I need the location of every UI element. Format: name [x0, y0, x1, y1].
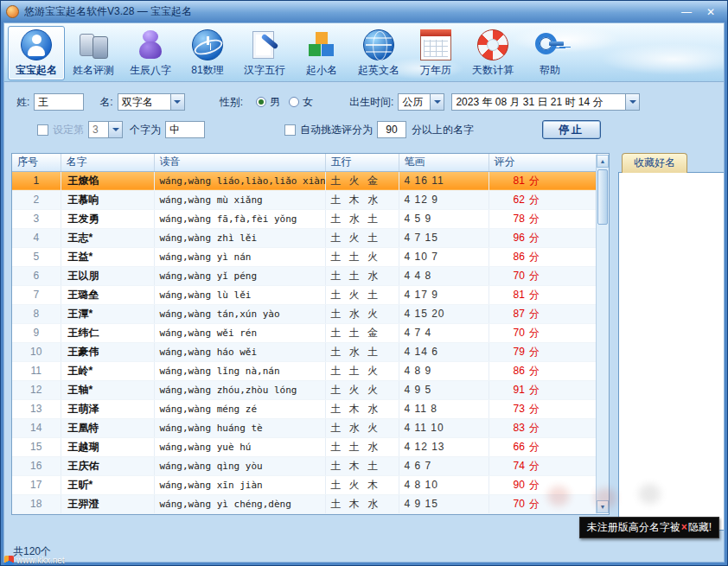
score-value: 83 [514, 422, 525, 434]
row-index: 8 [12, 304, 61, 323]
table-row[interactable]: 4 王志* wáng,wàng zhì lěi 土 火 土 4 7 15 96分 [12, 228, 597, 247]
column-header[interactable]: 笔画 [399, 154, 489, 171]
strokes-cell: 4 10 7 [399, 247, 489, 266]
toolbar-button[interactable]: 起英文名 [350, 26, 407, 80]
char-position-select[interactable]: 3 [88, 121, 123, 138]
table-row[interactable]: 12 王轴* wáng,wàng zhóu,zhòu lóng 土 火 火 4 … [12, 380, 597, 399]
toolbar-button[interactable]: 姓名评测 [65, 26, 122, 80]
client-area: 宝宝起名 姓名评测 生辰八字 81数理 汉字五行 起小名 起英文名 万年历 天数… [3, 22, 725, 563]
toolbar-button[interactable]: 天数计算 [464, 26, 521, 80]
toolbar-button[interactable]: 生辰八字 [122, 26, 179, 80]
score-unit: 分 [529, 270, 540, 282]
scroll-down-icon[interactable]: ▼ [597, 500, 609, 513]
wuxing-cell: 土 水 火 [325, 418, 399, 437]
chevron-down-icon[interactable] [170, 94, 184, 110]
auto-pick-checkbox[interactable] [284, 124, 296, 136]
name-cell: 王慕响 [61, 190, 154, 209]
set-char-suffix-label: 个字为 [130, 123, 161, 137]
strokes-cell: 4 7 15 [399, 228, 489, 247]
score-unit: 分 [529, 251, 540, 263]
pinyin-cell: wáng,wàng lù lěi [154, 285, 325, 304]
pinyin-cell: wáng,wàng qìng yòu [154, 456, 325, 475]
score-value: 79 [514, 346, 525, 358]
name-cell: 王璐垒 [61, 285, 154, 304]
toolbar-button[interactable]: 帮助 [521, 26, 578, 80]
toolbar-button-label: 汉字五行 [239, 63, 291, 78]
scroll-thumb[interactable] [597, 169, 608, 225]
table-row[interactable]: 3 王发勇 wáng,wàng fā,fà,fèi yǒng 土 水 土 4 5… [12, 209, 597, 228]
name-cell: 王越瑚 [61, 437, 154, 456]
surname-input[interactable]: 王 [34, 93, 84, 111]
table-row[interactable]: 18 王羿澄 wáng,wàng yì chéng,dèng 土 木 水 4 9… [12, 494, 597, 513]
table-row[interactable]: 14 王凰特 wáng,wàng huáng tè 土 水 火 4 11 10 … [12, 418, 597, 437]
given-name-label: 名: [99, 95, 112, 110]
column-header[interactable]: 读音 [154, 154, 325, 171]
toolbar-button[interactable]: 万年历 [407, 26, 464, 80]
table-row[interactable]: 6 王以朋 wáng,wàng yǐ péng 土 土 水 4 4 8 70分 [12, 266, 597, 285]
titlebar[interactable]: 悠游宝宝起名软件V3.28 — 宝宝起名 — ✕ [1, 1, 727, 22]
favorites-tab[interactable]: 收藏好名 [622, 153, 687, 173]
chevron-down-icon[interactable] [108, 122, 122, 137]
score-cell: 74分 [489, 456, 597, 475]
toolbar-button[interactable]: 81数理 [179, 26, 236, 80]
row-index: 10 [12, 342, 61, 361]
table-row[interactable]: 8 王潭* wáng,wàng tán,xún yào 土 水 火 4 15 2… [12, 304, 597, 323]
column-header[interactable]: 名字 [61, 154, 154, 171]
given-type-select[interactable]: 双字名 [118, 93, 185, 111]
stop-button[interactable]: 停止 [542, 120, 601, 139]
calendar-type-select[interactable]: 公历 [398, 93, 444, 111]
table-row[interactable]: 13 王萌泽 wáng,wàng méng zé 土 木 水 4 11 8 73… [12, 399, 597, 418]
minimize-button[interactable]: — [675, 4, 698, 20]
score-cell: 86分 [489, 247, 597, 266]
vertical-scrollbar[interactable]: ▲ ▼ [596, 155, 609, 513]
row-index: 9 [12, 323, 61, 342]
wuxing-cell: 土 水 土 [325, 209, 399, 228]
surname-label: 姓: [16, 95, 29, 110]
score-unit: 分 [529, 460, 540, 472]
row-index: 7 [12, 285, 61, 304]
row-index: 18 [12, 494, 61, 513]
scroll-up-icon[interactable]: ▲ [597, 155, 609, 168]
table-row[interactable]: 5 王益* wáng,wàng yì nán 土 土 火 4 10 7 86分 [12, 247, 597, 266]
chevron-down-icon[interactable] [625, 94, 639, 110]
name-cell: 王凰特 [61, 418, 154, 437]
toolbar-button[interactable]: 起小名 [293, 26, 350, 80]
min-score-input[interactable]: 90 [377, 121, 406, 138]
female-radio[interactable] [289, 97, 299, 107]
toolbar-button[interactable]: 汉字五行 [236, 26, 293, 80]
male-radio[interactable] [256, 97, 266, 107]
score-value: 70 [514, 270, 525, 282]
name-cell: 王潭* [61, 304, 154, 323]
column-header[interactable]: 序号 [12, 154, 61, 171]
column-header[interactable]: 五行 [325, 154, 399, 171]
table-row[interactable]: 7 王璐垒 wáng,wàng lù lěi 土 火 土 4 17 9 81分 [12, 285, 597, 304]
pinyin-cell: wáng,wàng zhóu,zhòu lóng [154, 380, 325, 399]
table-row[interactable]: 10 王豪伟 wáng,wàng háo wěi 土 水 土 4 14 6 79… [12, 342, 597, 361]
chevron-down-icon[interactable] [430, 94, 444, 110]
english-name-icon [363, 29, 394, 60]
pinyin-cell: wáng,wàng mù xiǎng [154, 190, 325, 209]
female-label: 女 [303, 95, 313, 110]
toolbar-button-label: 起英文名 [353, 63, 405, 78]
toolbar-button[interactable]: 宝宝起名 [8, 26, 65, 80]
table-row[interactable]: 2 王慕响 wáng,wàng mù xiǎng 土 木 水 4 12 9 62… [12, 190, 597, 209]
table-row[interactable]: 17 王昕* wáng,wàng xīn jiàn 土 火 木 4 8 10 9… [12, 475, 597, 494]
close-button[interactable]: ✕ [699, 4, 722, 20]
table-row[interactable]: 15 王越瑚 wáng,wàng yuè hú 土 土 水 4 12 13 66… [12, 437, 597, 456]
birth-bazi-icon [135, 29, 166, 60]
column-header[interactable]: 评分 [489, 154, 597, 171]
favorites-list[interactable] [618, 172, 725, 531]
name-cell: 王发勇 [61, 209, 154, 228]
birth-date-select[interactable]: 2023 年 08 月 31 日 21 时 14 分 [451, 93, 640, 111]
table-row[interactable]: 9 王纬仁 wáng,wàng wěi rén 土 土 金 4 7 4 70分 [12, 323, 597, 342]
table-row[interactable]: 16 王庆佑 wáng,wàng qìng yòu 土 木 土 4 6 7 74… [12, 456, 597, 475]
set-char-checkbox[interactable] [37, 124, 48, 136]
numerology-81-icon [192, 29, 223, 60]
table-row[interactable]: 11 王岭* wáng,wàng lǐng nà,nán 土 土 火 4 8 9… [12, 361, 597, 380]
fixed-char-input[interactable]: 中 [165, 121, 205, 138]
table-row[interactable]: 1 王燎馅 wáng,wàng liáo,liào,liǎo xiàn 土 火 … [12, 171, 597, 190]
wuxing-cell: 土 木 土 [325, 456, 399, 475]
wuxing-cell: 土 土 水 [325, 437, 399, 456]
gender-label: 性别: [220, 95, 243, 110]
row-index: 4 [12, 228, 61, 247]
